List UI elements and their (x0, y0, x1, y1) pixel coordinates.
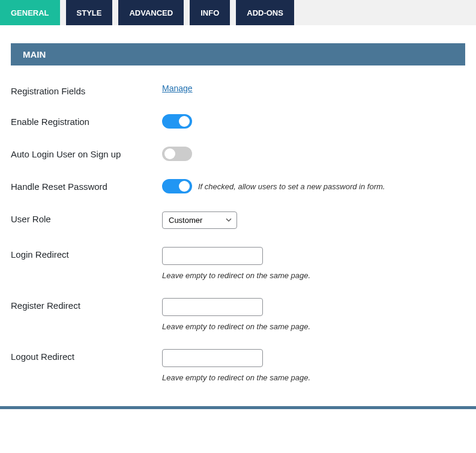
label-auto-login: Auto Login User on Sign up (11, 147, 162, 159)
section-header-main: MAIN (11, 43, 465, 65)
row-registration-fields: Registration Fields Manage (11, 65, 465, 96)
hint-logout-redirect: Leave empty to redirect on the same page… (162, 373, 465, 382)
label-registration-fields: Registration Fields (11, 84, 162, 96)
hint-register-redirect: Leave empty to redirect on the same page… (162, 322, 465, 331)
row-logout-redirect: Logout Redirect Leave empty to redirect … (11, 331, 465, 382)
label-logout-redirect: Logout Redirect (11, 349, 162, 362)
toggle-knob (179, 116, 190, 127)
select-user-role[interactable]: Customer (162, 211, 237, 229)
label-enable-registration: Enable Registration (11, 114, 162, 127)
row-handle-reset-password: Handle Reset Password If checked, allow … (11, 161, 465, 193)
label-login-redirect: Login Redirect (11, 247, 162, 260)
row-auto-login: Auto Login User on Sign up (11, 129, 465, 161)
row-enable-registration: Enable Registration (11, 96, 465, 129)
label-user-role: User Role (11, 211, 162, 224)
hint-handle-reset-password: If checked, allow users to set a new pas… (198, 182, 385, 191)
toggle-handle-reset-password[interactable] (162, 179, 192, 193)
tab-style[interactable]: STYLE (66, 0, 113, 25)
input-register-redirect[interactable] (162, 298, 263, 316)
toggle-enable-registration[interactable] (162, 114, 192, 129)
toggle-knob (164, 148, 175, 159)
label-handle-reset-password: Handle Reset Password (11, 179, 162, 192)
row-register-redirect: Register Redirect Leave empty to redirec… (11, 280, 465, 331)
toggle-auto-login[interactable] (162, 147, 192, 161)
tabs-bar: GENERAL STYLE ADVANCED INFO ADD-ONS (0, 0, 476, 25)
tab-general[interactable]: GENERAL (0, 0, 60, 25)
bottom-bar (0, 406, 476, 409)
label-register-redirect: Register Redirect (11, 298, 162, 311)
row-user-role: User Role Customer (11, 193, 465, 229)
tab-add-ons[interactable]: ADD-ONS (236, 0, 294, 25)
hint-login-redirect: Leave empty to redirect on the same page… (162, 271, 465, 280)
manage-link[interactable]: Manage (162, 84, 193, 93)
row-login-redirect: Login Redirect Leave empty to redirect o… (11, 229, 465, 280)
input-login-redirect[interactable] (162, 247, 263, 265)
input-logout-redirect[interactable] (162, 349, 263, 367)
tab-advanced[interactable]: ADVANCED (118, 0, 184, 25)
toggle-knob (179, 181, 190, 192)
tab-info[interactable]: INFO (190, 0, 230, 25)
